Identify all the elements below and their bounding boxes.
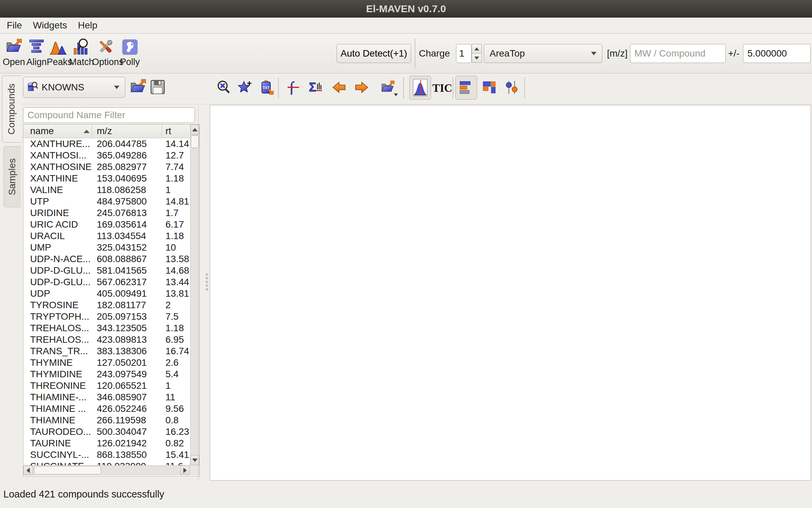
- scroll-right-button[interactable]: [180, 466, 190, 475]
- cell-mz: 206.044785: [92, 138, 162, 150]
- tic-button[interactable]: TIC: [432, 82, 452, 94]
- table-row[interactable]: SUCCINYL-... 868.138550 15.41: [23, 449, 190, 461]
- table-row[interactable]: TRYPTOPH... 205.097153 7.5: [23, 311, 190, 322]
- cell-mz: 205.097153: [92, 311, 162, 322]
- table-row[interactable]: TREHALOS... 343.123505 1.18: [23, 322, 190, 334]
- vertical-scroll-thumb[interactable]: [191, 135, 199, 148]
- ppm-input[interactable]: [743, 44, 811, 63]
- table-row[interactable]: SUCCINATE 119.033989 11.6: [23, 461, 190, 465]
- quant-type-select[interactable]: AreaTop: [484, 44, 602, 63]
- table-row[interactable]: XANTHOSI... 365.049286 12.7: [23, 150, 190, 161]
- vertical-scrollbar[interactable]: [190, 125, 199, 465]
- cell-mz: 325.043152: [92, 242, 162, 253]
- spline-baseline-button[interactable]: ∫: [286, 80, 301, 95]
- table-row[interactable]: THIAMINE ... 426.052246 9.56: [23, 403, 190, 415]
- cell-mz: 383.138306: [92, 345, 162, 357]
- cell-mz: 608.088867: [92, 253, 162, 265]
- cell-rt: 14.81: [162, 196, 190, 207]
- table-row[interactable]: VALINE 118.086258 1: [23, 184, 190, 196]
- group-graphs-toggle[interactable]: [455, 76, 477, 100]
- column-header-rt[interactable]: rt: [162, 125, 190, 138]
- menu-widgets[interactable]: Widgets: [27, 18, 72, 33]
- svg-text:Σ: Σ: [309, 80, 316, 94]
- mz-search-input[interactable]: [630, 44, 726, 63]
- polly-button[interactable]: Polly: [119, 37, 141, 67]
- open-folder-icon: [3, 37, 25, 56]
- menu-file[interactable]: File: [1, 18, 27, 33]
- save-database-button[interactable]: [150, 79, 166, 96]
- table-row[interactable]: TREHALOS... 423.089813 6.95: [23, 334, 190, 345]
- spectra-canvas[interactable]: [210, 105, 811, 481]
- sum-areas-button[interactable]: Σ: [308, 80, 323, 95]
- tab-compounds[interactable]: Compounds: [2, 76, 21, 143]
- table-row[interactable]: UDP-D-GLU... 581.041565 14.68: [23, 265, 190, 276]
- zoom-reset-button[interactable]: [216, 80, 231, 95]
- menu-help[interactable]: Help: [72, 18, 103, 33]
- cell-name: URIDINE: [23, 207, 92, 219]
- table-row[interactable]: THYMIDINE 243.097549 5.4: [23, 368, 190, 380]
- splitter-handle[interactable]: [204, 105, 209, 481]
- cell-mz: 182.081177: [92, 299, 162, 311]
- column-header-name[interactable]: name: [23, 125, 92, 138]
- table-row[interactable]: TYROSINE 182.081177 2: [23, 299, 190, 311]
- table-row[interactable]: THIAMINE 266.119598 0.8: [23, 415, 190, 426]
- table-row[interactable]: UTP 484.975800 14.81: [23, 196, 190, 207]
- table-row[interactable]: TAURODEO... 500.304047 16.23: [23, 426, 190, 438]
- table-row[interactable]: UDP-D-GLU... 567.062317 13.44: [23, 276, 190, 288]
- column-header-mz[interactable]: m/z: [92, 125, 162, 138]
- previous-button[interactable]: [332, 80, 346, 95]
- compound-filter-input[interactable]: [23, 107, 195, 123]
- arrow-left-icon: [332, 80, 346, 95]
- table-row[interactable]: URIC ACID 169.035614 6.17: [23, 219, 190, 230]
- spin-down-button[interactable]: [472, 53, 482, 63]
- match-button[interactable]: Match: [69, 37, 93, 67]
- table-row[interactable]: UDP-N-ACE... 608.088867 13.58: [23, 253, 190, 265]
- scatter-points-button[interactable]: [504, 80, 519, 95]
- scrollbar-corner: [190, 465, 199, 475]
- export-csv-button[interactable]: TXT: [259, 80, 274, 95]
- toolbar-separator: [278, 77, 279, 99]
- charge-field[interactable]: [456, 44, 472, 63]
- table-row[interactable]: TAURINE 126.021942 0.82: [23, 438, 190, 449]
- table-row[interactable]: UDP 405.009491 13.81: [23, 288, 190, 299]
- table-row[interactable]: THYMINE 127.050201 2.6: [23, 357, 190, 368]
- show-eic-toggle[interactable]: [409, 76, 431, 100]
- bookmark-button[interactable]: [238, 80, 252, 95]
- spin-up-button[interactable]: [472, 44, 482, 54]
- table-row[interactable]: TRANS_TR... 383.138306 16.74: [23, 345, 190, 357]
- open-project-menu-button[interactable]: [380, 80, 395, 95]
- table-row[interactable]: UMP 325.043152 10: [23, 242, 190, 253]
- database-select[interactable]: KNOWNS: [23, 77, 125, 98]
- auto-detect-button[interactable]: Auto Detect(+1): [337, 44, 411, 63]
- options-button[interactable]: Options: [92, 37, 119, 67]
- cell-name: THIAMINE ...: [23, 403, 92, 415]
- charge-stepper[interactable]: [472, 44, 482, 63]
- table-row[interactable]: XANTHINE 153.040695 1.18: [23, 173, 190, 184]
- table-row[interactable]: THREONINE 120.065521 1: [23, 380, 190, 391]
- table-row[interactable]: XANTHOSINE 285.082977 7.74: [23, 161, 190, 173]
- tab-samples[interactable]: Samples: [3, 146, 21, 207]
- cell-mz: 119.033989: [92, 461, 162, 465]
- table-row[interactable]: THIAMINE-... 346.085907 11: [23, 391, 190, 403]
- cell-name: TAURINE: [23, 438, 92, 449]
- cell-name: THYMIDINE: [23, 368, 92, 380]
- right-arrow-icon: [183, 468, 187, 473]
- tile-layout-button[interactable]: [482, 80, 497, 95]
- toolbar-separator: [415, 39, 415, 68]
- align-button[interactable]: Align: [25, 37, 48, 67]
- cell-rt: 6.95: [162, 334, 190, 345]
- open-button[interactable]: Open: [3, 37, 25, 67]
- next-button[interactable]: [354, 80, 369, 95]
- cell-rt: 2.6: [162, 357, 190, 368]
- compound-table: name m/z rt XANTHURE... 206.044785 14.14…: [23, 124, 200, 477]
- load-database-button[interactable]: [129, 78, 147, 96]
- peaks-button[interactable]: Peaks: [47, 37, 69, 67]
- horizontal-scrollbar[interactable]: [23, 465, 190, 475]
- table-row[interactable]: URACIL 113.034554 1.18: [23, 230, 190, 242]
- table-row[interactable]: XANTHURE... 206.044785 14.14: [23, 138, 190, 150]
- scroll-left-button[interactable]: [23, 466, 33, 475]
- horizontal-scroll-thumb[interactable]: [34, 466, 101, 474]
- table-row[interactable]: URIDINE 245.076813 1.7: [23, 207, 190, 219]
- charge-input[interactable]: [456, 44, 472, 63]
- cell-rt: 1.18: [162, 230, 190, 242]
